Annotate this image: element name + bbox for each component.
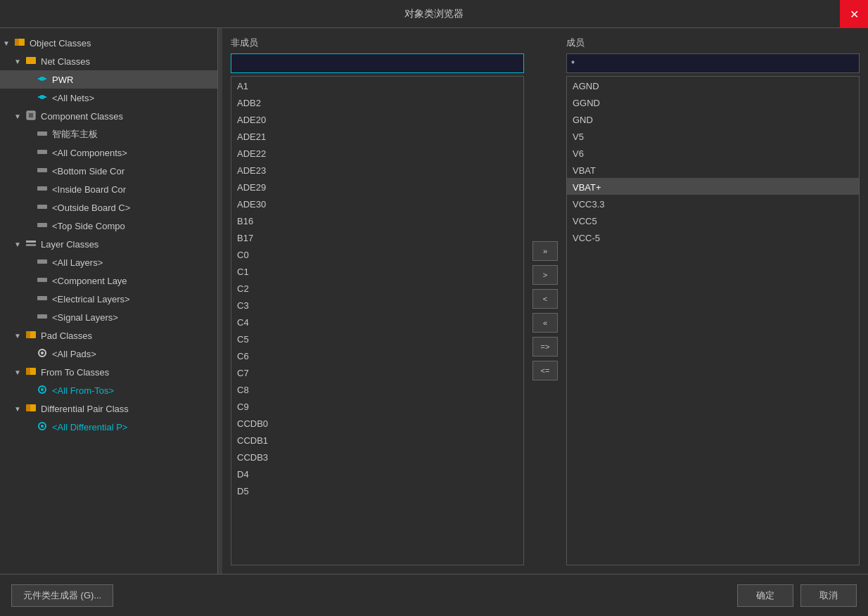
move-all-left-button[interactable]: « <box>532 313 558 333</box>
non-member-item[interactable]: C1 <box>231 262 523 279</box>
move-all-right2-button[interactable]: => <box>532 337 558 357</box>
member-item[interactable]: V6 <box>567 144 859 161</box>
close-button[interactable]: ✕ <box>840 0 868 28</box>
non-member-item[interactable]: C7 <box>231 364 523 380</box>
member-item[interactable]: VBAT+ <box>567 178 859 195</box>
node-icon <box>35 201 49 214</box>
svg-rect-20 <box>26 244 36 246</box>
node-icon <box>35 421 49 434</box>
node-icon <box>35 256 49 269</box>
tree-node-signal-layers[interactable]: <Signal Layers> <box>0 308 217 326</box>
node-icon <box>35 91 49 105</box>
svg-point-28 <box>41 352 44 354</box>
tree-node-outside-board[interactable]: <Outside Board C> <box>0 198 217 217</box>
non-member-item[interactable]: C9 <box>231 397 523 414</box>
non-member-item[interactable]: ADE20 <box>231 110 523 127</box>
non-member-item[interactable]: CCDB0 <box>231 414 523 431</box>
node-icon <box>35 183 49 196</box>
expand-arrow[interactable]: ▼ <box>14 113 24 120</box>
non-member-item[interactable]: ADE23 <box>231 161 523 178</box>
tree-node-inside-board[interactable]: <Inside Board Cor <box>0 180 217 198</box>
expand-arrow[interactable]: ▼ <box>14 405 24 413</box>
non-member-list[interactable]: A1ADB2ADE20ADE21ADE22ADE23ADE29ADE30B16B… <box>231 76 524 565</box>
expand-arrow[interactable]: ▼ <box>14 368 24 376</box>
non-member-item[interactable]: C4 <box>231 313 523 330</box>
non-member-item[interactable]: C8 <box>231 380 523 397</box>
non-member-item[interactable]: D5 <box>231 482 523 499</box>
non-member-item[interactable]: C6 <box>231 347 523 364</box>
cancel-button[interactable]: 取消 <box>800 584 857 607</box>
node-label: 智能车主板 <box>52 128 98 141</box>
svg-rect-17 <box>37 205 47 209</box>
member-item[interactable]: V5 <box>567 127 859 144</box>
member-panel: 成员 * AGNDGGNDGNDV5V6VBATVBAT+VCC3.3VCC5V… <box>566 37 860 565</box>
member-item[interactable]: VBAT <box>567 161 859 178</box>
non-member-item[interactable]: ADE30 <box>231 195 523 212</box>
move-all-right-button[interactable]: » <box>532 241 558 261</box>
expand-arrow[interactable]: ▼ <box>3 39 13 47</box>
component-gen-button[interactable]: 元件类生成器 (G)... <box>11 584 113 607</box>
tree-node-component-classes[interactable]: ▼Component Classes <box>0 107 217 125</box>
member-item[interactable]: VCC-5 <box>567 229 859 245</box>
tree-node-all-from-tos[interactable]: <All From-Tos> <box>0 381 217 399</box>
non-member-item[interactable]: CCDB1 <box>231 431 523 448</box>
non-member-search[interactable] <box>231 53 524 73</box>
tree-node-pad-classes[interactable]: ▼Pad Classes <box>0 326 217 345</box>
svg-rect-14 <box>37 150 47 154</box>
non-member-item[interactable]: B16 <box>231 212 523 229</box>
dialog-body: ▼Object Classes▼Net ClassesPWR<All Nets>… <box>0 28 868 616</box>
svg-rect-24 <box>37 314 47 319</box>
node-label: <All Components> <box>52 148 127 158</box>
tree-node-net-classes[interactable]: ▼Net Classes <box>0 52 217 70</box>
member-item[interactable]: VCC5 <box>567 212 859 229</box>
tree-node-electrical-layers[interactable]: <Electrical Layers> <box>0 290 217 308</box>
tree-node-layer-classes[interactable]: ▼Layer Classes <box>0 235 217 253</box>
member-item[interactable]: GGND <box>567 94 859 110</box>
svg-rect-21 <box>37 259 47 264</box>
tree-node-from-to-classes[interactable]: ▼From To Classes <box>0 363 217 381</box>
move-all-left2-button[interactable]: <= <box>532 361 558 380</box>
non-member-item[interactable]: ADE21 <box>231 127 523 144</box>
tree-node-all-layers[interactable]: <All Layers> <box>0 253 217 271</box>
tree-node-component-layers[interactable]: <Component Laye <box>0 271 217 290</box>
expand-arrow[interactable]: ▼ <box>14 332 24 340</box>
svg-point-32 <box>41 388 44 391</box>
ok-button[interactable]: 确定 <box>737 584 793 607</box>
expand-arrow[interactable]: ▼ <box>14 240 24 248</box>
move-left-button[interactable]: < <box>532 289 558 309</box>
tree-node-pwr[interactable]: PWR <box>0 70 217 89</box>
non-member-item[interactable]: C3 <box>231 296 523 313</box>
non-member-item[interactable]: A1 <box>231 77 523 94</box>
tree-node-all-components[interactable]: <All Components> <box>0 143 217 162</box>
tree-container[interactable]: ▼Object Classes▼Net ClassesPWR<All Nets>… <box>0 28 217 574</box>
tree-node-object-classes[interactable]: ▼Object Classes <box>0 34 217 52</box>
node-label: <All Pads> <box>52 349 96 359</box>
non-member-item[interactable]: C2 <box>231 279 523 296</box>
move-right-button[interactable]: > <box>532 265 558 285</box>
tree-node-bottom-side[interactable]: <Bottom Side Cor <box>0 162 217 180</box>
member-item[interactable]: AGND <box>567 77 859 94</box>
member-item[interactable]: GND <box>567 110 859 127</box>
non-member-item[interactable]: ADE29 <box>231 178 523 195</box>
members-row: 非成员 A1ADB2ADE20ADE21ADE22ADE23ADE29ADE30… <box>231 37 860 565</box>
node-icon <box>35 165 49 178</box>
tree-node-all-pads[interactable]: <All Pads> <box>0 345 217 363</box>
tree-node-zhiche[interactable]: 智能车主板 <box>0 125 217 143</box>
node-icon <box>24 329 38 342</box>
tree-node-all-diff[interactable]: <All Differential P> <box>0 418 217 436</box>
non-member-item[interactable]: C0 <box>231 245 523 262</box>
non-member-item[interactable]: B17 <box>231 229 523 245</box>
non-member-item[interactable]: D4 <box>231 465 523 482</box>
node-icon <box>24 238 38 251</box>
non-member-item[interactable]: ADE22 <box>231 144 523 161</box>
tree-node-diff-pair-class[interactable]: ▼Differential Pair Class <box>0 399 217 418</box>
non-member-item[interactable]: CCDB3 <box>231 448 523 465</box>
member-item[interactable]: VCC3.3 <box>567 195 859 212</box>
tree-node-top-side[interactable]: <Top Side Compo <box>0 217 217 235</box>
non-member-item[interactable]: C5 <box>231 330 523 347</box>
member-list[interactable]: AGNDGGNDGNDV5V6VBATVBAT+VCC3.3VCC5VCC-5 <box>566 76 860 565</box>
expand-arrow[interactable]: ▼ <box>14 58 24 65</box>
node-icon <box>24 55 38 68</box>
tree-node-all-nets[interactable]: <All Nets> <box>0 89 217 107</box>
non-member-item[interactable]: ADB2 <box>231 94 523 110</box>
